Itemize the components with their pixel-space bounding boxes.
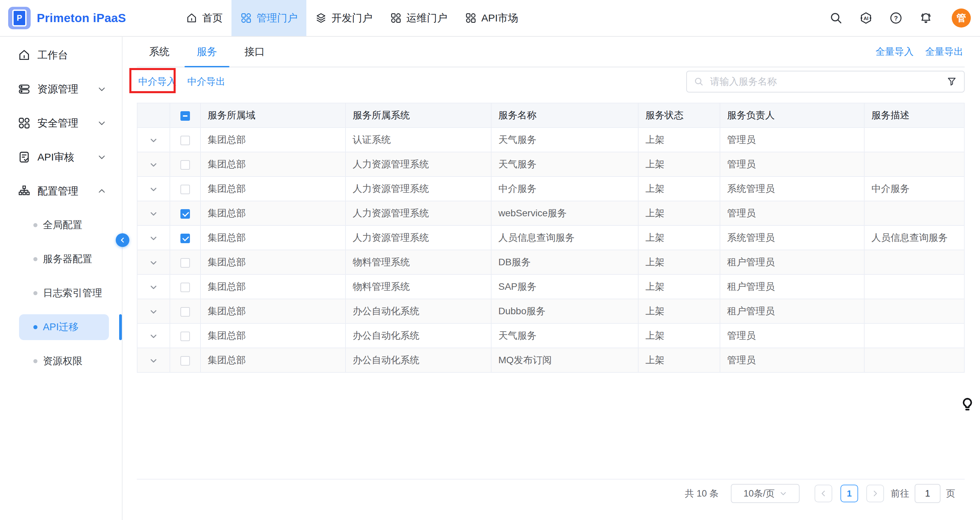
row-checkbox[interactable] [180, 234, 190, 243]
ai-assistant-icon[interactable]: AI [859, 11, 873, 25]
row-expand-chevron-icon[interactable] [149, 234, 158, 243]
table-row: 集团总部物料管理系统SAP服务上架租户管理员 [137, 274, 964, 299]
svg-text:?: ? [894, 14, 897, 22]
cell-status: 上架 [638, 299, 720, 323]
row-expand-chevron-icon[interactable] [149, 258, 158, 268]
cell-desc [864, 348, 964, 373]
cell-domain: 集团总部 [200, 348, 345, 373]
avatar[interactable]: 管 [952, 8, 971, 27]
column-header-desc: 服务描述 [864, 103, 964, 128]
prev-page-button[interactable] [815, 485, 832, 502]
page-size-select[interactable]: 10条/页 [731, 484, 800, 503]
filter-icon[interactable] [946, 76, 957, 87]
row-expand-chevron-icon[interactable] [149, 331, 158, 341]
current-page-button[interactable]: 1 [840, 485, 858, 502]
sidebar-item-log-index-mgmt[interactable]: 日志索引管理 [0, 276, 122, 310]
cell-domain: 集团总部 [200, 225, 345, 250]
nav-item-label: 开发门户 [331, 11, 372, 25]
nav-item-admin-portal[interactable]: 管理门户 [231, 0, 306, 36]
sidebar-collapse-button[interactable] [116, 233, 129, 247]
tab-bar: 系统 服务 接口 全量导入 全量导出 [137, 37, 965, 67]
notification-bell-icon[interactable] [919, 11, 933, 25]
row-checkbox[interactable] [180, 356, 190, 366]
sidebar-item-label: 配置管理 [37, 184, 78, 198]
sidebar-item-label: API迁移 [43, 320, 79, 334]
next-page-button[interactable] [866, 485, 884, 502]
row-checkbox[interactable] [180, 331, 190, 341]
cell-system: 办公自动化系统 [345, 299, 491, 323]
sidebar-item-api-migration[interactable]: API迁移 [0, 310, 122, 344]
row-expand-chevron-icon[interactable] [149, 136, 158, 145]
cell-system: 物料管理系统 [345, 274, 491, 299]
sidebar-item-global-config[interactable]: 全局配置 [0, 208, 122, 242]
sidebar-item-api-review[interactable]: API审核 [0, 140, 122, 174]
table-row: 集团总部办公自动化系统天气服务上架管理员 [137, 323, 964, 348]
lightbulb-icon[interactable] [959, 396, 975, 413]
cell-name: 天气服务 [491, 323, 638, 348]
tab-service[interactable]: 服务 [183, 37, 231, 67]
nav-item-dev-portal[interactable]: 开发门户 [306, 0, 381, 36]
cell-system: 人力资源管理系统 [345, 201, 491, 225]
select-all-checkbox[interactable] [180, 111, 190, 121]
row-expand-chevron-icon[interactable] [149, 307, 158, 317]
broker-export-button[interactable]: 中介导出 [187, 75, 225, 88]
sidebar-item-workbench[interactable]: 工作台 [0, 38, 122, 72]
table-row: 集团总部物料管理系统DB服务上架租户管理员 [137, 250, 964, 274]
column-header-status: 服务状态 [638, 103, 720, 128]
cell-owner: 租户管理员 [720, 299, 864, 323]
import-all-button[interactable]: 全量导入 [875, 45, 914, 58]
cell-desc [864, 299, 964, 323]
row-checkbox[interactable] [180, 136, 190, 145]
row-expand-chevron-icon[interactable] [149, 209, 158, 219]
cell-system: 认证系统 [345, 128, 491, 152]
cell-status: 上架 [638, 348, 720, 373]
cell-system: 人力资源管理系统 [345, 152, 491, 176]
app-root: P Primeton iPaaS 首页 管理门户 开发门户 运维门户 [0, 0, 980, 520]
bullet-dot-icon [33, 325, 37, 329]
help-icon[interactable]: ? [889, 11, 903, 25]
row-expand-chevron-icon[interactable] [149, 282, 158, 292]
checkbox-column-header [170, 103, 200, 128]
broker-import-button[interactable]: 中介导入 [138, 75, 176, 88]
cell-owner: 管理员 [720, 128, 864, 152]
home-icon [186, 12, 197, 24]
nav-item-label: API市场 [481, 11, 518, 25]
row-expand-chevron-icon[interactable] [149, 356, 158, 366]
row-expand-chevron-icon[interactable] [149, 185, 158, 194]
tab-label: 接口 [244, 45, 265, 59]
cell-status: 上架 [638, 152, 720, 176]
cell-desc [864, 201, 964, 225]
bullet-dot-icon [33, 359, 37, 363]
brand-name: Primeton iPaaS [37, 11, 126, 25]
tab-interface[interactable]: 接口 [231, 37, 278, 67]
nav-item-ops-portal[interactable]: 运维门户 [381, 0, 456, 36]
page-unit-label: 页 [946, 487, 955, 499]
cell-status: 上架 [638, 250, 720, 274]
row-checkbox[interactable] [180, 209, 190, 219]
cell-desc: 中介服务 [864, 176, 964, 201]
sidebar-item-resource-permission[interactable]: 资源权限 [0, 344, 122, 378]
server-icon [18, 82, 31, 95]
row-checkbox[interactable] [180, 258, 190, 268]
bulk-actions: 全量导入 全量导出 [875, 37, 963, 67]
row-checkbox[interactable] [180, 160, 190, 170]
nav-item-home[interactable]: 首页 [177, 0, 231, 36]
cell-owner: 管理员 [720, 152, 864, 176]
row-checkbox[interactable] [180, 307, 190, 317]
row-checkbox[interactable] [180, 185, 190, 194]
tab-system[interactable]: 系统 [137, 37, 183, 67]
sidebar-item-resource-mgmt[interactable]: 资源管理 [0, 72, 122, 106]
row-checkbox[interactable] [180, 282, 190, 292]
service-search-input[interactable] [709, 76, 942, 88]
search-icon[interactable] [829, 11, 843, 25]
nav-item-label: 管理门户 [257, 11, 298, 25]
cell-desc: 人员信息查询服务 [864, 225, 964, 250]
sidebar-item-server-config[interactable]: 服务器配置 [0, 242, 122, 276]
table-row: 集团总部人力资源管理系统中介服务上架系统管理员中介服务 [137, 176, 964, 201]
nav-item-api-market[interactable]: API市场 [456, 0, 527, 36]
sidebar-item-config-mgmt[interactable]: 配置管理 [0, 174, 122, 208]
sidebar-item-security-mgmt[interactable]: 安全管理 [0, 106, 122, 140]
row-expand-chevron-icon[interactable] [149, 160, 158, 170]
export-all-button[interactable]: 全量导出 [925, 45, 963, 58]
goto-page-input[interactable] [915, 484, 940, 503]
